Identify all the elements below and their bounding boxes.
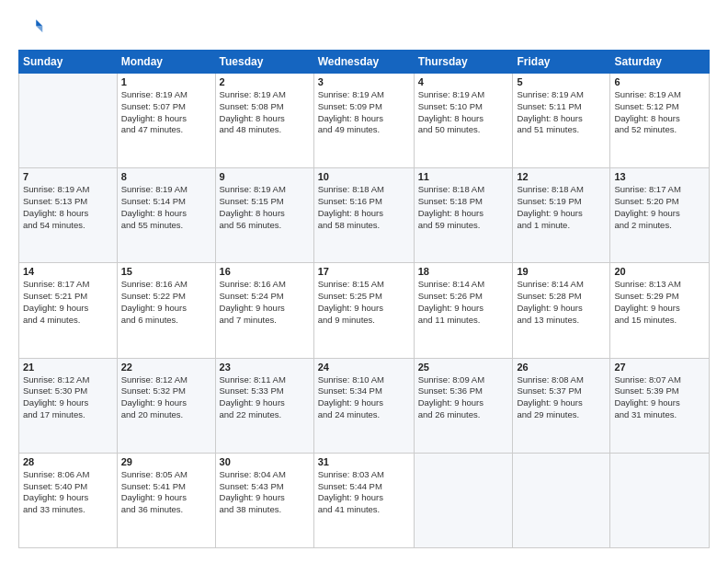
calendar-week-0: 1Sunrise: 8:19 AMSunset: 5:07 PMDaylight… xyxy=(19,74,710,168)
page: SundayMondayTuesdayWednesdayThursdayFrid… xyxy=(0,0,728,563)
day-info: Sunrise: 8:06 AMSunset: 5:40 PMDaylight:… xyxy=(23,469,113,516)
day-number: 4 xyxy=(418,76,509,87)
column-header-monday: Monday xyxy=(117,51,215,74)
day-number: 8 xyxy=(121,171,211,182)
day-info: Sunrise: 8:18 AMSunset: 5:18 PMDaylight:… xyxy=(418,184,509,231)
day-number: 23 xyxy=(220,362,310,373)
calendar-cell: 18Sunrise: 8:14 AMSunset: 5:26 PMDayligh… xyxy=(414,263,513,358)
day-number: 6 xyxy=(614,76,705,87)
day-number: 21 xyxy=(23,362,113,373)
calendar-cell: 3Sunrise: 8:19 AMSunset: 5:09 PMDaylight… xyxy=(313,74,414,168)
day-info: Sunrise: 8:19 AMSunset: 5:07 PMDaylight:… xyxy=(121,89,211,136)
svg-marker-1 xyxy=(36,26,42,32)
day-info: Sunrise: 8:16 AMSunset: 5:22 PMDaylight:… xyxy=(121,279,211,326)
day-number: 29 xyxy=(121,456,211,467)
day-number: 30 xyxy=(220,456,310,467)
column-header-tuesday: Tuesday xyxy=(215,51,313,74)
calendar-cell: 1Sunrise: 8:19 AMSunset: 5:07 PMDaylight… xyxy=(117,74,215,168)
calendar-cell: 12Sunrise: 8:18 AMSunset: 5:19 PMDayligh… xyxy=(513,168,610,263)
column-header-saturday: Saturday xyxy=(610,51,710,74)
day-number: 16 xyxy=(220,266,310,277)
calendar-cell: 29Sunrise: 8:05 AMSunset: 5:41 PMDayligh… xyxy=(117,453,215,547)
day-info: Sunrise: 8:04 AMSunset: 5:43 PMDaylight:… xyxy=(220,469,310,516)
column-header-thursday: Thursday xyxy=(414,51,513,74)
calendar-cell: 10Sunrise: 8:18 AMSunset: 5:16 PMDayligh… xyxy=(313,168,414,263)
day-number: 2 xyxy=(220,76,310,87)
day-info: Sunrise: 8:16 AMSunset: 5:24 PMDaylight:… xyxy=(220,279,310,326)
calendar-week-1: 7Sunrise: 8:19 AMSunset: 5:13 PMDaylight… xyxy=(19,168,710,263)
day-info: Sunrise: 8:15 AMSunset: 5:25 PMDaylight:… xyxy=(318,279,410,326)
day-info: Sunrise: 8:19 AMSunset: 5:13 PMDaylight:… xyxy=(23,184,113,231)
day-info: Sunrise: 8:19 AMSunset: 5:10 PMDaylight:… xyxy=(418,89,509,136)
calendar-cell: 2Sunrise: 8:19 AMSunset: 5:08 PMDaylight… xyxy=(215,74,313,168)
day-number: 13 xyxy=(614,171,705,182)
day-info: Sunrise: 8:19 AMSunset: 5:15 PMDaylight:… xyxy=(220,184,310,231)
day-number: 5 xyxy=(517,76,606,87)
day-info: Sunrise: 8:08 AMSunset: 5:37 PMDaylight:… xyxy=(517,374,606,421)
day-number: 18 xyxy=(418,266,509,277)
column-header-wednesday: Wednesday xyxy=(313,51,414,74)
day-number: 24 xyxy=(318,362,410,373)
day-number: 26 xyxy=(517,362,606,373)
day-info: Sunrise: 8:18 AMSunset: 5:19 PMDaylight:… xyxy=(517,184,606,231)
day-info: Sunrise: 8:07 AMSunset: 5:39 PMDaylight:… xyxy=(614,374,705,421)
calendar-cell xyxy=(513,453,610,547)
day-number: 19 xyxy=(517,266,606,277)
day-info: Sunrise: 8:12 AMSunset: 5:32 PMDaylight:… xyxy=(121,374,211,421)
calendar-week-3: 21Sunrise: 8:12 AMSunset: 5:30 PMDayligh… xyxy=(19,358,710,453)
calendar-table: SundayMondayTuesdayWednesdayThursdayFrid… xyxy=(18,50,710,548)
calendar-cell: 17Sunrise: 8:15 AMSunset: 5:25 PMDayligh… xyxy=(313,263,414,358)
calendar-cell: 9Sunrise: 8:19 AMSunset: 5:15 PMDaylight… xyxy=(215,168,313,263)
day-number: 22 xyxy=(121,362,211,373)
day-info: Sunrise: 8:17 AMSunset: 5:21 PMDaylight:… xyxy=(23,279,113,326)
day-info: Sunrise: 8:13 AMSunset: 5:29 PMDaylight:… xyxy=(614,279,705,326)
calendar-cell: 27Sunrise: 8:07 AMSunset: 5:39 PMDayligh… xyxy=(610,358,710,453)
day-number: 14 xyxy=(23,266,113,277)
header xyxy=(18,15,710,40)
calendar-cell: 8Sunrise: 8:19 AMSunset: 5:14 PMDaylight… xyxy=(117,168,215,263)
day-number: 11 xyxy=(418,171,509,182)
calendar-cell: 23Sunrise: 8:11 AMSunset: 5:33 PMDayligh… xyxy=(215,358,313,453)
logo xyxy=(18,15,48,40)
day-info: Sunrise: 8:11 AMSunset: 5:33 PMDaylight:… xyxy=(220,374,310,421)
day-number: 31 xyxy=(318,456,410,467)
column-header-sunday: Sunday xyxy=(19,51,118,74)
day-number: 20 xyxy=(614,266,705,277)
day-info: Sunrise: 8:19 AMSunset: 5:08 PMDaylight:… xyxy=(220,89,310,136)
calendar-cell xyxy=(414,453,513,547)
calendar-cell: 16Sunrise: 8:16 AMSunset: 5:24 PMDayligh… xyxy=(215,263,313,358)
calendar-cell: 25Sunrise: 8:09 AMSunset: 5:36 PMDayligh… xyxy=(414,358,513,453)
day-number: 25 xyxy=(418,362,509,373)
day-number: 28 xyxy=(23,456,113,467)
calendar-cell: 28Sunrise: 8:06 AMSunset: 5:40 PMDayligh… xyxy=(19,453,118,547)
day-info: Sunrise: 8:14 AMSunset: 5:28 PMDaylight:… xyxy=(517,279,606,326)
calendar-cell xyxy=(19,74,118,168)
day-info: Sunrise: 8:18 AMSunset: 5:16 PMDaylight:… xyxy=(318,184,410,231)
logo-icon xyxy=(18,15,44,40)
calendar-week-4: 28Sunrise: 8:06 AMSunset: 5:40 PMDayligh… xyxy=(19,453,710,547)
day-info: Sunrise: 8:12 AMSunset: 5:30 PMDaylight:… xyxy=(23,374,113,421)
day-info: Sunrise: 8:10 AMSunset: 5:34 PMDaylight:… xyxy=(318,374,410,421)
day-info: Sunrise: 8:05 AMSunset: 5:41 PMDaylight:… xyxy=(121,469,211,516)
day-number: 1 xyxy=(121,76,211,87)
calendar-cell: 6Sunrise: 8:19 AMSunset: 5:12 PMDaylight… xyxy=(610,74,710,168)
day-info: Sunrise: 8:19 AMSunset: 5:11 PMDaylight:… xyxy=(517,89,606,136)
calendar-week-2: 14Sunrise: 8:17 AMSunset: 5:21 PMDayligh… xyxy=(19,263,710,358)
calendar-cell: 30Sunrise: 8:04 AMSunset: 5:43 PMDayligh… xyxy=(215,453,313,547)
calendar-cell: 7Sunrise: 8:19 AMSunset: 5:13 PMDaylight… xyxy=(19,168,118,263)
day-number: 27 xyxy=(614,362,705,373)
calendar-cell: 26Sunrise: 8:08 AMSunset: 5:37 PMDayligh… xyxy=(513,358,610,453)
calendar-header-row: SundayMondayTuesdayWednesdayThursdayFrid… xyxy=(19,51,710,74)
calendar-cell: 22Sunrise: 8:12 AMSunset: 5:32 PMDayligh… xyxy=(117,358,215,453)
day-info: Sunrise: 8:19 AMSunset: 5:12 PMDaylight:… xyxy=(614,89,705,136)
day-number: 12 xyxy=(517,171,606,182)
calendar-cell: 24Sunrise: 8:10 AMSunset: 5:34 PMDayligh… xyxy=(313,358,414,453)
day-info: Sunrise: 8:19 AMSunset: 5:09 PMDaylight:… xyxy=(318,89,410,136)
day-number: 10 xyxy=(318,171,410,182)
calendar-cell: 21Sunrise: 8:12 AMSunset: 5:30 PMDayligh… xyxy=(19,358,118,453)
calendar-cell: 11Sunrise: 8:18 AMSunset: 5:18 PMDayligh… xyxy=(414,168,513,263)
day-number: 7 xyxy=(23,171,113,182)
column-header-friday: Friday xyxy=(513,51,610,74)
day-info: Sunrise: 8:14 AMSunset: 5:26 PMDaylight:… xyxy=(418,279,509,326)
calendar-cell xyxy=(610,453,710,547)
